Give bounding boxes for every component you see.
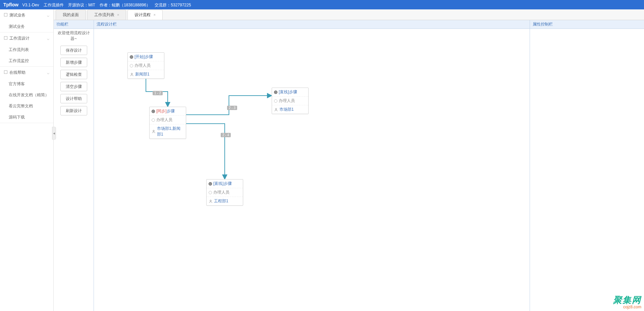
- nav-group-label: 在线帮助: [9, 70, 25, 75]
- license-text: 开源协议：MIT: [68, 3, 95, 7]
- nav-group-title[interactable]: 在线帮助⌵: [0, 67, 53, 79]
- node-people: 新闻部1: [135, 71, 150, 77]
- folder-icon: [4, 13, 7, 16]
- nav-group-label: 工作流设计: [9, 36, 30, 41]
- toolbar-button[interactable]: 设计帮助: [60, 94, 87, 103]
- node-step: 步骤: [167, 108, 175, 114]
- app-header: Tpflow V3.1-Dev 工作流插件 开源协议：MIT 作者：鲲鹏（183…: [0, 0, 644, 9]
- node-sub-label: 办理人员: [279, 98, 295, 104]
- nav-item[interactable]: 源码下载: [0, 112, 53, 123]
- toolbar-panel: 功能栏 欢迎使用流程设计器~ 保存设计新增步骤逻辑检查清空步骤设计帮助刷新设计: [54, 20, 94, 311]
- node-type: [直线]: [213, 181, 224, 187]
- toolbar-header: 功能栏: [54, 20, 94, 29]
- plugin-text: 工作流插件: [44, 3, 64, 7]
- node-step: 步骤: [224, 181, 232, 187]
- left-nav: 测试业务⌵测试业务工作流设计⌵工作流列表工作流监控在线帮助⌵官方博客在线开发文档…: [0, 9, 54, 311]
- close-icon[interactable]: ×: [117, 13, 119, 17]
- chevron-down-icon: ⌵: [47, 70, 49, 75]
- node-step: 步骤: [145, 54, 153, 60]
- svg-point-3: [210, 200, 211, 201]
- connector-line: [186, 123, 225, 179]
- properties-header: 属性控制栏: [530, 20, 644, 29]
- tab-label: 设计流程: [135, 12, 151, 17]
- author-text: 作者：鲲鹏（1838188896）: [100, 3, 150, 7]
- flow-node[interactable]: [直线]步骤办理人员工程部1: [206, 179, 243, 206]
- flow-node[interactable]: [开始]步骤办理人员新闻部1: [127, 52, 164, 79]
- user-icon: [209, 199, 213, 203]
- canvas-area[interactable]: [开始]步骤办理人员新闻部1[同步]步骤办理人员市场部1,新闻部1[直线]步骤办…: [94, 29, 530, 311]
- node-bullet-icon: [274, 91, 277, 94]
- toolbar-button[interactable]: 保存设计: [60, 46, 87, 55]
- edge-label: 2 - 3: [227, 106, 237, 110]
- circle-icon: [209, 191, 212, 194]
- circle-icon: [152, 118, 155, 122]
- flow-node[interactable]: [直线]步骤办理人员市场部1: [272, 88, 309, 114]
- node-sub-label: 办理人员: [156, 117, 172, 123]
- chevron-down-icon: ⌵: [47, 36, 49, 41]
- node-sub-label: 办理人员: [135, 63, 151, 68]
- nav-item[interactable]: 工作流列表: [0, 44, 53, 55]
- node-people: 市场部1,新闻部1: [157, 126, 184, 137]
- nav-item[interactable]: 测试业务: [0, 21, 53, 32]
- brand-name: Tpflow: [3, 2, 18, 7]
- canvas-panel: 流程设计栏 [开始]步骤办理人员新闻部1[同步]步骤办理人员市场部1,新闻部1[…: [94, 20, 530, 311]
- node-type: [开始]: [135, 54, 145, 60]
- watermark-url: cojz8.com: [613, 305, 641, 309]
- tabs-bar: 我的桌面工作流列表×设计流程×: [54, 9, 644, 20]
- nav-item[interactable]: 工作流监控: [0, 55, 53, 66]
- toolbar-button[interactable]: 清空步骤: [60, 82, 87, 91]
- tab[interactable]: 设计流程×: [127, 10, 162, 20]
- nav-item[interactable]: 在线开发文档（精简）: [0, 90, 53, 101]
- toolbar-button[interactable]: 逻辑检查: [60, 70, 87, 79]
- tab-label: 我的桌面: [63, 12, 79, 17]
- user-icon: [274, 108, 278, 112]
- connector-line: [186, 96, 272, 115]
- tab[interactable]: 我的桌面: [56, 10, 86, 20]
- group-text: 交流群：532797225: [155, 3, 191, 7]
- nav-item[interactable]: 官方博客: [0, 79, 53, 90]
- canvas-header: 流程设计栏: [94, 20, 530, 29]
- toolbar-welcome: 欢迎使用流程设计器~: [54, 29, 94, 43]
- toolbar-button[interactable]: 新增步骤: [60, 58, 87, 67]
- nav-item[interactable]: 看云完整文档: [0, 101, 53, 112]
- node-bullet-icon: [209, 182, 212, 186]
- node-people: 工程部1: [214, 198, 228, 204]
- folder-icon: [4, 70, 7, 74]
- collapse-handle[interactable]: ◂: [52, 127, 56, 140]
- tab[interactable]: 工作流列表×: [87, 10, 126, 20]
- folder-icon: [4, 36, 7, 40]
- svg-point-0: [131, 73, 132, 74]
- properties-panel: 属性控制栏: [530, 20, 644, 311]
- flow-node[interactable]: [同步]步骤办理人员市场部1,新闻部1: [149, 107, 186, 139]
- nav-group-title[interactable]: 测试业务⌵: [0, 9, 53, 21]
- node-step: 步骤: [289, 89, 297, 95]
- node-type: [直线]: [279, 89, 289, 95]
- version-text: V3.1-Dev: [22, 3, 39, 7]
- svg-point-1: [153, 130, 154, 132]
- chevron-down-icon: ⌵: [47, 13, 49, 18]
- edge-label: 1 - 2: [153, 91, 163, 95]
- user-icon: [130, 72, 134, 76]
- circle-icon: [130, 64, 133, 67]
- nav-group-title[interactable]: 工作流设计⌵: [0, 33, 53, 44]
- edge-label: 2 - 4: [221, 133, 231, 137]
- watermark: 聚集网 cojz8.com: [613, 294, 641, 309]
- nav-group-label: 测试业务: [9, 13, 25, 17]
- user-icon: [152, 129, 156, 134]
- close-icon[interactable]: ×: [153, 13, 155, 17]
- node-bullet-icon: [130, 55, 133, 59]
- node-sub-label: 办理人员: [213, 190, 229, 195]
- node-bullet-icon: [152, 110, 155, 113]
- node-people: 市场部1: [279, 107, 294, 112]
- svg-point-2: [275, 108, 277, 110]
- watermark-brand: 聚集网: [613, 295, 641, 305]
- circle-icon: [274, 99, 277, 103]
- node-type: [同步]: [156, 108, 167, 114]
- toolbar-button[interactable]: 刷新设计: [60, 106, 87, 115]
- tab-label: 工作流列表: [94, 12, 114, 17]
